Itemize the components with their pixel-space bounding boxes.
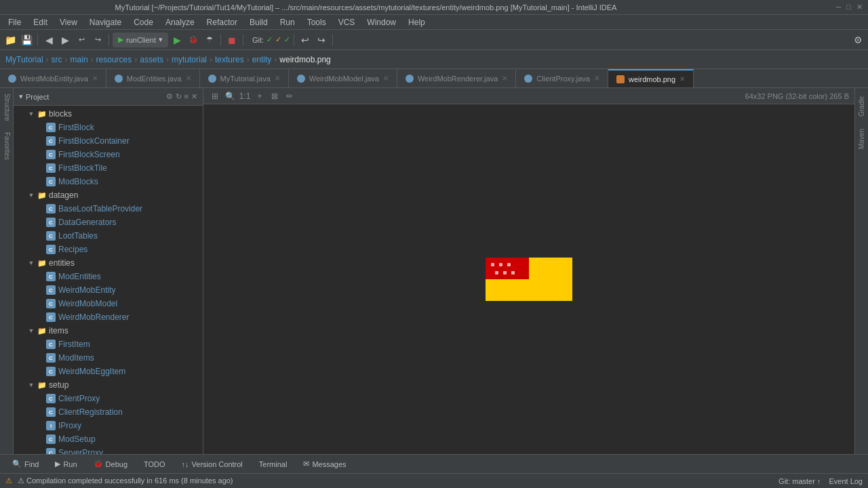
tab-close-clientproxy[interactable]: ✕ — [594, 75, 599, 82]
left-tab-favorites[interactable]: Favorites — [0, 127, 13, 165]
menu-vcs[interactable]: VCS — [333, 16, 361, 28]
bottom-tab-terminal[interactable]: Terminal — [252, 459, 294, 470]
tree-arrow-entities[interactable]: ▼ — [27, 259, 35, 267]
tree-item-recipes[interactable]: C Recipes — [14, 243, 203, 256]
bottom-tab-vcs[interactable]: ↑↓ Version Control — [175, 459, 250, 470]
tree-item-weirdmobeggitem[interactable]: C WeirdMobEggItem — [14, 365, 203, 378]
minimize-btn[interactable]: ─ — [836, 3, 842, 12]
tree-item-iproxy[interactable]: I IProxy — [14, 419, 203, 432]
breadcrumb-file[interactable]: weirdmob.png — [279, 55, 330, 64]
tab-close-weirdmobmodel[interactable]: ✕ — [383, 75, 389, 82]
menu-window[interactable]: Window — [361, 16, 401, 28]
actual-size-btn[interactable]: ⊠ — [269, 90, 281, 102]
tree-item-modentities[interactable]: C ModEntities — [14, 270, 203, 283]
tree-item-firstitem[interactable]: C FirstItem — [14, 338, 203, 351]
menu-help[interactable]: Help — [403, 16, 431, 28]
left-tab-structure[interactable]: Structure — [0, 88, 13, 127]
event-log-status[interactable]: Event Log — [829, 477, 863, 485]
tree-item-weirdmobentity[interactable]: C WeirdMobEntity — [14, 283, 203, 297]
maximize-btn[interactable]: □ — [846, 3, 851, 12]
fit-screen-btn[interactable]: ⊞ — [209, 90, 221, 102]
forward-btn[interactable]: ▶ — [58, 33, 73, 47]
bottom-tab-messages[interactable]: ✉ Messages — [296, 458, 353, 470]
tree-item-modblocks[interactable]: C ModBlocks — [14, 175, 203, 188]
project-settings-icon[interactable]: ⚙ — [166, 92, 173, 101]
tab-modentities[interactable]: ModEntities.java ✕ — [106, 69, 200, 88]
tree-item-weirdmobrenderer[interactable]: C WeirdMobRenderer — [14, 310, 203, 324]
coverage-btn[interactable]: ☂ — [202, 33, 217, 47]
project-collapse-icon[interactable]: ≡ — [184, 92, 189, 101]
menu-build[interactable]: Build — [244, 16, 273, 28]
zoom-reset-btn[interactable]: 1:1 — [239, 90, 251, 102]
tab-weirdmob-png[interactable]: weirdmob.png ✕ — [608, 69, 694, 88]
tree-item-firstblockcontainer[interactable]: C FirstBlockContainer — [14, 134, 203, 148]
tab-weirdmobrenderer[interactable]: WeirdMobRenderer.java ✕ — [397, 69, 516, 88]
menu-navigate[interactable]: Navigate — [84, 16, 127, 28]
right-tab-maven[interactable]: Maven — [856, 123, 867, 155]
tree-item-modsetup[interactable]: C ModSetup — [14, 432, 203, 446]
tree-item-firstblocktile[interactable]: C FirstBlockTile — [14, 161, 203, 175]
tree-item-entities[interactable]: ▼ 📁 entities — [14, 256, 203, 270]
tree-arrow-blocks[interactable]: ▼ — [27, 110, 35, 118]
menu-analyze[interactable]: Analyze — [160, 16, 200, 28]
menu-view[interactable]: View — [54, 16, 83, 28]
tab-close-weirdmob-png[interactable]: ✕ — [679, 75, 685, 83]
tab-close-mytutorial[interactable]: ✕ — [275, 75, 280, 82]
tree-item-items[interactable]: ▼ 📁 items — [14, 324, 203, 338]
breadcrumb-src[interactable]: src — [52, 55, 62, 64]
tree-item-clientproxy[interactable]: C ClientProxy — [14, 392, 203, 405]
zoom-out-btn[interactable]: 🔍 — [224, 90, 236, 102]
bottom-tab-debug[interactable]: 🐞 Debug — [87, 458, 134, 470]
menu-edit[interactable]: Edit — [28, 16, 53, 28]
menu-file[interactable]: File — [3, 16, 26, 28]
stop-btn[interactable]: ◼ — [224, 33, 239, 47]
bottom-tab-find[interactable]: 🔍 Find — [5, 458, 45, 470]
back-btn[interactable]: ◀ — [41, 33, 56, 47]
tree-arrow-datagen[interactable]: ▼ — [27, 191, 35, 199]
tree-item-setup[interactable]: ▼ 📁 setup — [14, 378, 203, 392]
tab-close-weirdmobentity[interactable]: ✕ — [92, 75, 98, 82]
tab-weirdmobmodel[interactable]: WeirdMobModel.java ✕ — [289, 69, 397, 88]
tree-item-blocks[interactable]: ▼ 📁 blocks — [14, 107, 203, 121]
open-file-btn[interactable]: 📁 — [3, 33, 18, 47]
tree-item-datagen[interactable]: ▼ 📁 datagen — [14, 188, 203, 202]
menu-code[interactable]: Code — [128, 16, 159, 28]
edit-btn[interactable]: ✏ — [283, 90, 296, 102]
breadcrumb-resources[interactable]: resources — [96, 55, 132, 64]
menu-run[interactable]: Run — [275, 16, 300, 28]
tab-close-weirdmobrenderer[interactable]: ✕ — [502, 75, 507, 82]
bottom-tab-run[interactable]: ▶ Run — [48, 458, 83, 470]
tree-item-loottables[interactable]: C LootTables — [14, 229, 203, 243]
tree-item-firstblock[interactable]: C FirstBlock — [14, 121, 203, 134]
project-close-icon[interactable]: ✕ — [191, 92, 197, 101]
breadcrumb-entity[interactable]: entity — [252, 55, 272, 64]
run-btn[interactable]: ▶ — [170, 33, 184, 47]
breadcrumb-mytutorial[interactable]: MyTutorial — [5, 55, 43, 64]
close-btn[interactable]: ✕ — [856, 3, 863, 12]
save-btn[interactable]: 💾 — [19, 33, 34, 47]
breadcrumb-textures[interactable]: textures — [215, 55, 244, 64]
bottom-tab-todo[interactable]: TODO — [137, 459, 172, 470]
tree-item-clientregistration[interactable]: C ClientRegistration — [14, 405, 203, 419]
debug-btn[interactable]: 🐞 — [186, 33, 201, 47]
tab-close-modentities[interactable]: ✕ — [186, 75, 191, 82]
right-tab-gradle[interactable]: Gradle — [856, 91, 867, 122]
settings-btn[interactable]: ⚙ — [850, 33, 865, 47]
breadcrumb-mytutorial2[interactable]: mytutorial — [172, 55, 207, 64]
breadcrumb-main[interactable]: main — [71, 55, 88, 64]
tree-arrow-setup[interactable]: ▼ — [27, 381, 35, 389]
redo-btn[interactable]: ↪ — [90, 33, 105, 47]
menu-refactor[interactable]: Refactor — [201, 16, 243, 28]
redo2-btn[interactable]: ↪ — [314, 33, 329, 47]
project-sync-icon[interactable]: ↻ — [176, 92, 182, 101]
run-config-selector[interactable]: ▶ runClient ▾ — [113, 33, 168, 47]
zoom-in-btn[interactable]: + — [254, 90, 266, 102]
tree-item-serverproxy[interactable]: C ServerProxy — [14, 446, 203, 454]
tree-item-firstblockscreen[interactable]: C FirstBlockScreen — [14, 148, 203, 161]
git-branch-status[interactable]: Git: master ↑ — [778, 477, 821, 485]
undo2-btn[interactable]: ↩ — [298, 33, 313, 47]
tree-item-moditems[interactable]: C ModItems — [14, 351, 203, 365]
tree-arrow-items[interactable]: ▼ — [27, 327, 35, 335]
tab-clientproxy[interactable]: ClientProxy.java ✕ — [516, 69, 608, 88]
tree-item-weirdmobmodel[interactable]: C WeirdMobModel — [14, 297, 203, 310]
